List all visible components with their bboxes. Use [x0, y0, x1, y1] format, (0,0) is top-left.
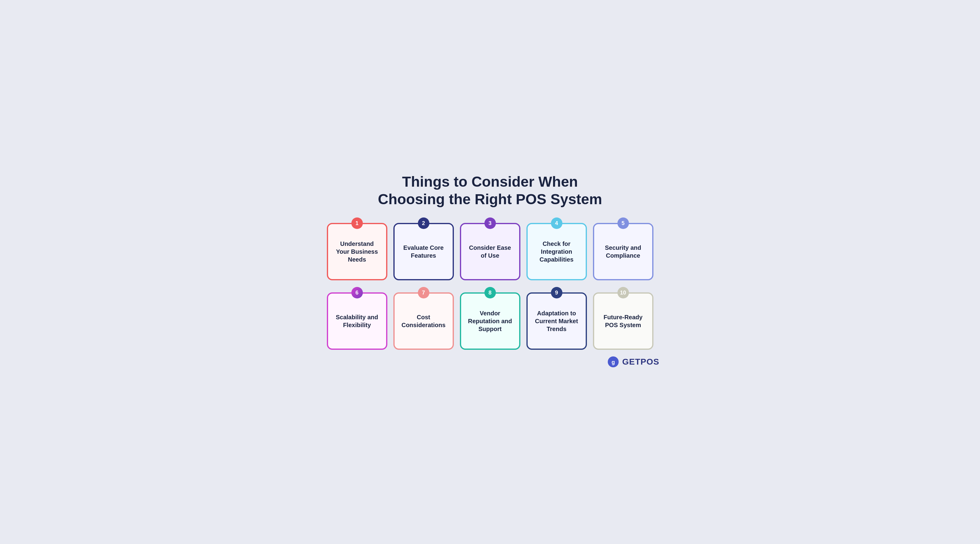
- card-wrapper-8: 8Vendor Reputation and Support: [460, 292, 520, 350]
- getpos-logo-icon: g: [607, 356, 619, 368]
- card-row-1: 1Understand Your Business Needs2Evaluate…: [321, 223, 659, 280]
- svg-text:g: g: [611, 359, 615, 365]
- card-7: Cost Considerations: [393, 292, 454, 350]
- main-container: Things to Consider When Choosing the Rig…: [309, 161, 671, 383]
- cards-grid: 1Understand Your Business Needs2Evaluate…: [321, 223, 659, 350]
- card-wrapper-3: 3Consider Ease of Use: [460, 223, 520, 280]
- card-wrapper-2: 2Evaluate Core Features: [393, 223, 454, 280]
- card-2: Evaluate Core Features: [393, 223, 454, 280]
- getpos-logo-text: GETPOS: [622, 357, 659, 367]
- badge-6: 6: [352, 287, 363, 298]
- badge-4: 4: [551, 217, 562, 229]
- card-wrapper-1: 1Understand Your Business Needs: [327, 223, 387, 280]
- card-wrapper-6: 6Scalability and Flexibility: [327, 292, 387, 350]
- card-text-10: Future-Ready POS System: [599, 313, 648, 329]
- footer: g GETPOS: [321, 356, 659, 368]
- card-row-2: 6Scalability and Flexibility7Cost Consid…: [321, 292, 659, 350]
- card-10: Future-Ready POS System: [593, 292, 654, 350]
- badge-8: 8: [484, 287, 496, 298]
- card-5: Security and Compliance: [593, 223, 654, 280]
- card-text-4: Check for Integration Capabilities: [533, 240, 581, 263]
- badge-1: 1: [352, 217, 363, 229]
- card-4: Check for Integration Capabilities: [527, 223, 587, 280]
- badge-9: 9: [551, 287, 562, 298]
- page-title: Things to Consider When Choosing the Rig…: [321, 173, 659, 208]
- badge-5: 5: [617, 217, 629, 229]
- card-text-8: Vendor Reputation and Support: [466, 309, 514, 333]
- card-wrapper-5: 5Security and Compliance: [593, 223, 654, 280]
- card-text-1: Understand Your Business Needs: [333, 240, 381, 263]
- badge-3: 3: [484, 217, 496, 229]
- card-wrapper-4: 4Check for Integration Capabilities: [527, 223, 587, 280]
- card-6: Scalability and Flexibility: [327, 292, 387, 350]
- card-text-6: Scalability and Flexibility: [333, 313, 381, 329]
- card-text-3: Consider Ease of Use: [466, 244, 514, 260]
- badge-10: 10: [617, 287, 629, 298]
- card-3: Consider Ease of Use: [460, 223, 520, 280]
- card-wrapper-7: 7Cost Considerations: [393, 292, 454, 350]
- card-text-7: Cost Considerations: [399, 313, 448, 329]
- card-text-2: Evaluate Core Features: [399, 244, 448, 260]
- badge-2: 2: [418, 217, 430, 229]
- card-text-9: Adaptation to Current Market Trends: [533, 309, 581, 333]
- card-wrapper-9: 9Adaptation to Current Market Trends: [527, 292, 587, 350]
- card-9: Adaptation to Current Market Trends: [527, 292, 587, 350]
- badge-7: 7: [418, 287, 430, 298]
- card-8: Vendor Reputation and Support: [460, 292, 520, 350]
- card-text-5: Security and Compliance: [599, 244, 648, 260]
- card-wrapper-10: 10Future-Ready POS System: [593, 292, 654, 350]
- card-1: Understand Your Business Needs: [327, 223, 387, 280]
